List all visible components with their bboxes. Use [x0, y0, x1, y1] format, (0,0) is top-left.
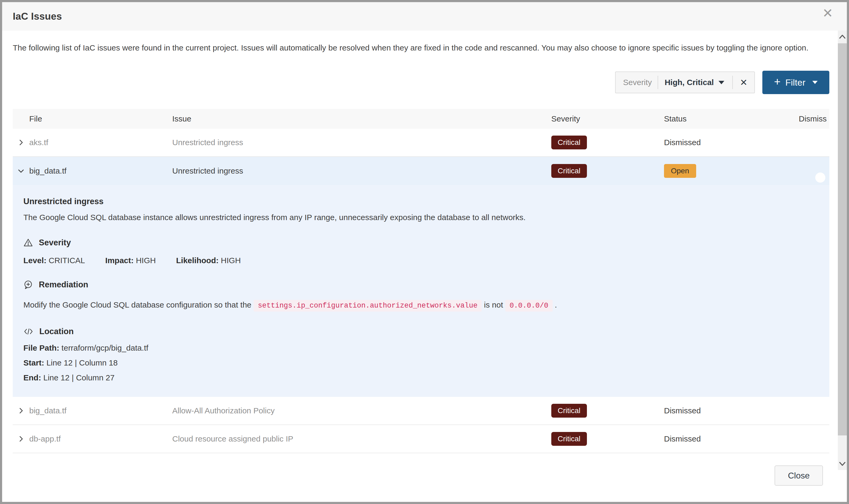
- end-line: End: Line 12 | Column 27: [23, 371, 819, 384]
- cell-issue: Allow-All Authorization Policy: [172, 406, 551, 415]
- table-row-expanded[interactable]: big_data.tf Unrestricted ingress Critica…: [13, 157, 829, 185]
- file-path-label: File Path:: [23, 343, 59, 352]
- column-header-severity: Severity: [551, 114, 664, 123]
- toggle-knob: [815, 173, 825, 183]
- level-value: CRITICAL: [49, 256, 85, 265]
- close-button[interactable]: Close: [775, 466, 823, 486]
- start-line: Start: Line 12 | Column 18: [23, 357, 819, 369]
- cell-status: Dismissed: [664, 434, 787, 444]
- likelihood-label: Likelihood:: [176, 256, 218, 265]
- severity-section-heading: Severity: [23, 238, 819, 248]
- remediation-middle: is not: [484, 300, 503, 309]
- filter-chip-value: High, Critical: [665, 78, 714, 87]
- cell-file: db-app.tf: [29, 434, 172, 444]
- dialog-header: IaC Issues: [2, 2, 847, 31]
- start-value: Line 12 | Column 18: [47, 358, 118, 367]
- chevron-right-icon[interactable]: [13, 139, 29, 146]
- detail-description: The Google Cloud SQL database instance a…: [23, 212, 819, 223]
- cell-status: Dismissed: [664, 138, 787, 147]
- remediation-section-heading: Remediation: [23, 280, 819, 289]
- remove-filter-icon[interactable]: ✕: [733, 77, 754, 88]
- scroll-down-icon[interactable]: [838, 458, 847, 470]
- severity-values: Level: CRITICAL Impact: HIGH Likelihood:…: [23, 256, 819, 265]
- filter-chip-label: Severity: [616, 78, 657, 87]
- cell-severity: Critical: [551, 404, 664, 418]
- location-section: Location File Path: terraform/gcp/big_da…: [23, 327, 819, 384]
- plus-icon: +: [774, 76, 781, 87]
- table-row[interactable]: db-app.tf Cloud resource assigned public…: [13, 425, 829, 453]
- code-icon: [23, 327, 34, 336]
- severity-badge: Critical: [551, 404, 587, 418]
- location-details: File Path: terraform/gcp/big_data.tf Sta…: [23, 342, 819, 384]
- close-icon[interactable]: ✕: [823, 7, 833, 20]
- dialog-description: The following list of IaC issues were fo…: [13, 42, 813, 54]
- remediation-section: Remediation Modify the Google Cloud SQL …: [23, 280, 819, 312]
- filter-row: Severity High, Critical ✕ + Filter: [13, 71, 829, 94]
- remediation-heading-label: Remediation: [39, 280, 88, 289]
- cell-file: big_data.tf: [29, 406, 172, 415]
- cell-file: big_data.tf: [29, 166, 172, 176]
- scrollbar[interactable]: [838, 31, 847, 470]
- add-filter-button[interactable]: + Filter: [762, 71, 829, 94]
- warning-icon: [23, 238, 33, 248]
- add-filter-label: Filter: [785, 77, 806, 88]
- iac-issues-dialog: IaC Issues ✕ The following list of IaC i…: [0, 0, 849, 504]
- file-path-line: File Path: terraform/gcp/big_data.tf: [23, 342, 819, 354]
- severity-section: Severity Level: CRITICAL Impact: HIGH Li…: [23, 238, 819, 265]
- location-section-heading: Location: [23, 327, 819, 336]
- issue-detail-panel: Unrestricted ingress The Google Cloud SQ…: [13, 185, 829, 397]
- column-header-status: Status: [664, 114, 787, 123]
- remediation-text: Modify the Google Cloud SQL database con…: [23, 298, 819, 312]
- dialog-footer: Close: [13, 466, 829, 486]
- cell-issue: Unrestricted ingress: [172, 166, 551, 176]
- remediation-prefix: Modify the Google Cloud SQL database con…: [23, 300, 251, 309]
- scroll-up-icon[interactable]: [838, 31, 847, 43]
- location-heading-label: Location: [39, 327, 74, 336]
- chevron-right-icon[interactable]: [13, 407, 29, 415]
- chevron-down-icon: [719, 81, 724, 84]
- severity-filter-chip: Severity High, Critical ✕: [615, 72, 755, 93]
- impact-label: Impact:: [105, 256, 134, 265]
- end-value: Line 12 | Column 27: [43, 373, 114, 382]
- start-label: Start:: [23, 358, 44, 367]
- level-label: Level:: [23, 256, 47, 265]
- table-header-row: File Issue Severity Status Dismiss: [13, 109, 829, 129]
- cell-status: Open: [664, 164, 787, 178]
- scrollbar-thumb[interactable]: [838, 43, 847, 435]
- severity-heading-label: Severity: [39, 238, 71, 248]
- remediation-code: 0.0.0.0/0: [505, 300, 553, 311]
- cell-status: Dismissed: [664, 406, 787, 415]
- issues-table: File Issue Severity Status Dismiss aks.t…: [13, 109, 829, 453]
- dialog-title: IaC Issues: [13, 11, 62, 22]
- column-header-dismiss: Dismiss: [799, 114, 829, 123]
- severity-badge: Critical: [551, 164, 587, 178]
- chevron-right-icon[interactable]: [13, 435, 29, 443]
- impact-value: HIGH: [136, 256, 156, 265]
- status-badge-open: Open: [664, 164, 696, 178]
- filter-chip-value-dropdown[interactable]: High, Critical: [658, 78, 732, 87]
- cell-issue: Cloud resource assigned public IP: [172, 434, 551, 444]
- comment-plus-icon: [23, 280, 33, 289]
- cell-issue: Unrestricted ingress: [172, 138, 551, 147]
- chevron-down-icon: [812, 81, 818, 84]
- cell-severity: Critical: [551, 136, 664, 149]
- chevron-down-icon[interactable]: [13, 167, 29, 175]
- remediation-suffix: .: [555, 300, 557, 309]
- end-label: End:: [23, 373, 41, 382]
- column-header-issue: Issue: [172, 114, 551, 123]
- cell-file: aks.tf: [29, 138, 172, 147]
- column-header-file: File: [29, 114, 172, 123]
- cell-severity: Critical: [551, 164, 664, 178]
- severity-badge: Critical: [551, 432, 587, 446]
- cell-severity: Critical: [551, 432, 664, 446]
- likelihood-value: HIGH: [221, 256, 241, 265]
- table-row[interactable]: big_data.tf Allow-All Authorization Poli…: [13, 397, 829, 425]
- dialog-body: The following list of IaC issues were fo…: [2, 42, 847, 486]
- file-path-value: terraform/gcp/big_data.tf: [61, 343, 148, 352]
- table-row[interactable]: aks.tf Unrestricted ingress Critical Dis…: [13, 129, 829, 157]
- detail-title: Unrestricted ingress: [23, 197, 819, 206]
- severity-badge: Critical: [551, 136, 587, 149]
- remediation-code: settings.ip_configuration.authorized_net…: [254, 300, 482, 311]
